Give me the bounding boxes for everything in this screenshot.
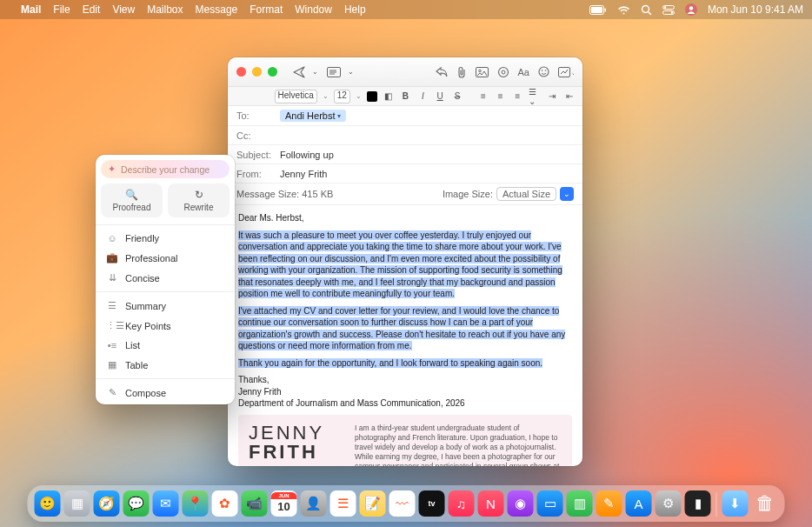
dock-safari[interactable]: 🧭 bbox=[94, 490, 120, 517]
dock: 🙂▦🧭💬✉︎📍✿📹JUN10👤☰📝〰tv♫N◉▭▥✎A⚙▮⬇🗑 bbox=[28, 485, 785, 522]
menu-message[interactable]: Message bbox=[196, 3, 238, 16]
photo-icon[interactable] bbox=[476, 67, 489, 77]
sparkle-icon: ✦ bbox=[108, 163, 116, 175]
tone-friendly[interactable]: ☺Friendly bbox=[96, 229, 235, 248]
bold-icon[interactable]: B bbox=[400, 90, 412, 103]
subject-field[interactable]: Following up bbox=[280, 150, 574, 160]
writing-tools-input[interactable] bbox=[121, 164, 223, 175]
control-center-icon[interactable] bbox=[662, 5, 675, 15]
menu-view[interactable]: View bbox=[112, 3, 135, 16]
transform-keypoints[interactable]: ⋮☰Key Points bbox=[96, 316, 235, 336]
menubar-app-name[interactable]: Mail bbox=[21, 3, 41, 16]
minimize-button[interactable] bbox=[252, 67, 262, 77]
dock-reminders[interactable]: ☰ bbox=[330, 490, 356, 517]
dock-divider bbox=[716, 492, 717, 517]
pencil-icon: ✎ bbox=[106, 387, 118, 398]
close-button[interactable] bbox=[236, 67, 246, 77]
align-left-icon[interactable]: ≡ bbox=[477, 90, 489, 103]
underline-icon[interactable]: U bbox=[434, 90, 446, 103]
user-icon[interactable] bbox=[685, 3, 697, 16]
emoji-icon[interactable] bbox=[538, 66, 549, 77]
dock-numbers[interactable]: ▥ bbox=[567, 490, 593, 517]
dock-appstore[interactable]: A bbox=[626, 490, 652, 517]
dock-calendar[interactable]: JUN10 bbox=[271, 490, 297, 517]
briefcase-icon: 💼 bbox=[106, 252, 118, 264]
maximize-button[interactable] bbox=[268, 67, 277, 77]
spotlight-icon[interactable] bbox=[641, 4, 652, 16]
smile-icon: ☺ bbox=[106, 233, 118, 243]
writing-tools-input-wrap[interactable]: ✦ bbox=[101, 160, 230, 178]
link-icon[interactable] bbox=[497, 66, 509, 78]
image-size-select[interactable]: Actual Size bbox=[496, 187, 556, 201]
tone-professional[interactable]: 💼Professional bbox=[96, 248, 235, 268]
menubar-clock[interactable]: Mon Jun 10 9:41 AM bbox=[708, 3, 803, 16]
dock-mail[interactable]: ✉︎ bbox=[153, 490, 179, 517]
header-fields-dropdown-icon[interactable]: ⌄ bbox=[348, 68, 354, 76]
outdent-icon[interactable]: ⇤ bbox=[563, 90, 576, 103]
font-family-select[interactable]: Helvetica bbox=[275, 90, 317, 103]
menu-window[interactable]: Window bbox=[295, 3, 332, 16]
format-bar: Helvetica ⌄ 12 ⌄ ◧ B I U S ≡ ≡ ≡ ☰ ⌄ ⇥ ⇤ bbox=[228, 87, 582, 106]
dock-contacts[interactable]: 👤 bbox=[301, 490, 327, 517]
reply-icon[interactable] bbox=[436, 67, 448, 77]
markup-dropdown-icon[interactable]: ⌄ bbox=[558, 67, 574, 77]
dock-facetime[interactable]: 📹 bbox=[242, 490, 268, 517]
battery-icon[interactable] bbox=[589, 5, 607, 15]
dock-finder[interactable]: 🙂 bbox=[35, 490, 61, 517]
image-size-dropdown-icon[interactable]: ⌄ bbox=[560, 187, 574, 201]
dock-maps[interactable]: 📍 bbox=[183, 490, 209, 517]
writing-tools-panel: ✦ 🔍 Proofread ↻ Rewrite ☺Friendly 💼Profe… bbox=[96, 155, 235, 404]
align-center-icon[interactable]: ≡ bbox=[495, 90, 507, 103]
menu-edit[interactable]: Edit bbox=[83, 3, 101, 16]
dock-downloads[interactable]: ⬇ bbox=[722, 490, 749, 517]
strike-icon[interactable]: S bbox=[451, 90, 463, 103]
dock-photos[interactable]: ✿ bbox=[212, 490, 238, 517]
dock-podcasts[interactable]: ◉ bbox=[508, 490, 534, 517]
menu-help[interactable]: Help bbox=[344, 3, 366, 16]
dock-tv[interactable]: tv bbox=[419, 490, 445, 517]
color-picker-icon[interactable]: ◧ bbox=[383, 90, 395, 103]
font-size-select[interactable]: 12 bbox=[334, 90, 350, 103]
from-field[interactable]: Jenny Frith bbox=[280, 169, 574, 179]
dock-pages[interactable]: ✎ bbox=[596, 490, 622, 517]
from-label: From: bbox=[236, 169, 280, 179]
italic-icon[interactable]: I bbox=[416, 90, 429, 103]
menu-format[interactable]: Format bbox=[250, 3, 283, 16]
attach-icon[interactable] bbox=[456, 66, 467, 78]
format-text-icon[interactable]: Aa bbox=[518, 67, 529, 77]
dock-iphone-mirror[interactable]: ▮ bbox=[685, 490, 711, 517]
to-recipient-token[interactable]: Andi Herbst bbox=[280, 110, 346, 122]
dock-freeform[interactable]: 〰 bbox=[389, 490, 416, 517]
transform-table[interactable]: ▦Table bbox=[96, 355, 235, 375]
svg-line-4 bbox=[648, 11, 651, 15]
proofread-button[interactable]: 🔍 Proofread bbox=[101, 183, 163, 217]
transform-list[interactable]: •≡List bbox=[96, 336, 235, 355]
menu-file[interactable]: File bbox=[53, 3, 70, 16]
indent-icon[interactable]: ⇥ bbox=[546, 90, 558, 103]
window-titlebar[interactable]: ⌄ ⌄ Aa ⌄ bbox=[228, 57, 582, 87]
dock-keynote[interactable]: ▭ bbox=[537, 490, 563, 517]
dock-notes[interactable]: 📝 bbox=[360, 490, 386, 517]
message-body[interactable]: Dear Ms. Herbst, It was such a pleasure … bbox=[228, 205, 582, 466]
transform-summary[interactable]: ☰Summary bbox=[96, 296, 235, 316]
text-color-swatch[interactable] bbox=[367, 91, 377, 102]
align-right-icon[interactable]: ≡ bbox=[512, 90, 524, 103]
dock-settings[interactable]: ⚙ bbox=[656, 490, 682, 517]
dock-messages[interactable]: 💬 bbox=[123, 490, 150, 517]
menu-mailbox[interactable]: Mailbox bbox=[147, 3, 183, 16]
dock-music[interactable]: ♫ bbox=[449, 490, 475, 517]
list-icon[interactable]: ☰ ⌄ bbox=[529, 90, 541, 103]
wifi-icon[interactable] bbox=[617, 5, 630, 15]
subject-label: Subject: bbox=[236, 150, 280, 160]
send-icon[interactable] bbox=[293, 66, 305, 78]
dock-trash[interactable]: 🗑 bbox=[752, 490, 778, 517]
rewrite-button[interactable]: ↻ Rewrite bbox=[168, 183, 230, 217]
dock-news[interactable]: N bbox=[478, 490, 504, 517]
tone-concise[interactable]: ⇊Concise bbox=[96, 268, 235, 288]
compose-button[interactable]: ✎Compose bbox=[96, 383, 235, 403]
header-fields-icon[interactable] bbox=[327, 67, 341, 77]
svg-point-20 bbox=[542, 70, 543, 71]
send-dropdown-icon[interactable]: ⌄ bbox=[312, 68, 318, 76]
svg-point-21 bbox=[545, 70, 547, 71]
dock-launchpad[interactable]: ▦ bbox=[64, 490, 90, 517]
